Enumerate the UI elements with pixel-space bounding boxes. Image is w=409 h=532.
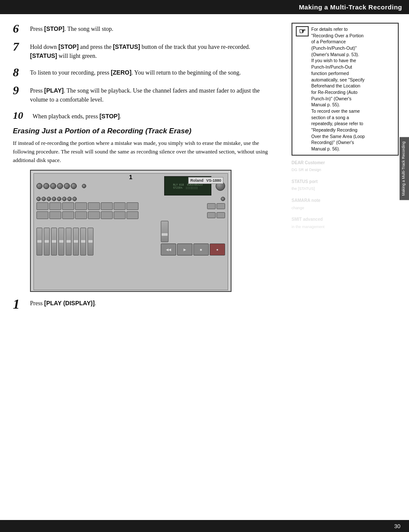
note-icon: ☞ (296, 26, 309, 36)
device-btn-11 (62, 211, 74, 219)
transport-buttons: ◀◀ ▶ ■ ● (161, 243, 225, 255)
right-section-1-body: DG SR at Design (292, 168, 399, 173)
device-knob-4 (57, 183, 63, 189)
device-sm-knob-7 (67, 197, 72, 201)
note-icon-symbol: ☞ (299, 27, 306, 36)
device-btn-7 (114, 202, 126, 210)
step-content-8: To listen to your recording, press [ZERO… (30, 66, 279, 77)
device-sm-knob-6 (62, 197, 66, 201)
device-btn-16 (126, 211, 138, 219)
btn-play: ▶ (177, 243, 192, 255)
device-knob-sm-1 (82, 184, 86, 188)
key-status-7b: [STATUS] (30, 52, 57, 59)
step-number-9: 9 (13, 84, 30, 96)
brand-text: Roland (190, 178, 204, 183)
device-btn-8 (126, 202, 138, 210)
right-section-4-body: in the management (292, 225, 399, 230)
device-master-fader (161, 221, 168, 242)
device-btn-sm-2 (217, 203, 225, 209)
device-knob-5 (64, 183, 70, 189)
device-btn-10 (49, 211, 61, 219)
step-number-10: 10 (13, 110, 33, 120)
device-knob-2 (43, 183, 49, 189)
device-sm-knob-8 (72, 197, 77, 201)
device-sm-knob-1 (36, 197, 41, 201)
step-number-8: 8 (13, 66, 30, 78)
device-knob-3 (50, 183, 56, 189)
device-btn-12 (75, 211, 87, 219)
page-number: 30 (394, 523, 400, 529)
step-content-1: Press [PLAY (DISPLAY)]. (30, 297, 279, 308)
left-column: 6 Press [STOP]. The song will stop. 7 Ho… (13, 23, 287, 317)
device-btn-13 (88, 211, 100, 219)
right-section-3-body: change (292, 206, 399, 211)
right-section-1: DEAR Customer DG SR at Design (292, 160, 399, 173)
btn-record: ● (210, 243, 225, 255)
note-box: ☞ For details refer to "Recording Over a… (292, 23, 399, 156)
device-btn-4 (75, 202, 87, 210)
right-section-1-title: DEAR Customer (292, 160, 399, 166)
model-text: VS-1880 (206, 178, 221, 183)
device-sm-knob-3 (47, 197, 51, 201)
chapter-tab-label: Making a Multi-Track Recording (401, 141, 406, 196)
step-7: 7 Hold down [STOP] and press the [STATUS… (13, 41, 279, 60)
right-section-4: SMIT advanced in the management (292, 216, 399, 229)
device-btn-row-1 (36, 202, 225, 210)
device-btn-sm-1 (207, 203, 216, 209)
right-section-4-title: SMIT advanced (292, 216, 399, 223)
step-10: 10 When playback ends, press [STOP]. (13, 110, 279, 121)
device-btn-row-2 (36, 211, 225, 219)
device-inner: 1 RLY 018 01K3+05x23 ST235% |||||||| (33, 173, 228, 290)
device-brand-label: Roland VS-1880 (188, 177, 223, 184)
device-fader-7 (80, 228, 86, 255)
device-btn-1 (36, 202, 48, 210)
device-fader-4 (58, 228, 64, 255)
step-content-7: Hold down [STOP] and press the [STATUS] … (30, 41, 279, 60)
page-header: Making a Multi-Track Recording (0, 0, 409, 14)
header-title: Making a Multi-Track Recording (299, 3, 402, 11)
step-content-6: Press [STOP]. The song will stop. (30, 23, 279, 33)
device-right-controls: ◀◀ ▶ ■ ● (161, 221, 225, 255)
device-fader-2 (44, 228, 50, 255)
right-section-3-title: SAMARA note (292, 198, 399, 204)
right-section-2-title: STATUS port (292, 179, 399, 185)
device-sm-knob-5 (57, 197, 61, 201)
device-btn-3 (62, 202, 74, 210)
erasing-section-title: Erasing Just a Portion of a Recording (T… (13, 127, 279, 135)
device-btn-14 (101, 211, 113, 219)
key-stop-7: [STOP] (58, 43, 78, 50)
step-content-10: When playback ends, press [STOP]. (33, 110, 279, 121)
device-btn-sm-4 (217, 212, 225, 218)
step-9: 9 Press [PLAY]. The song will be playbac… (13, 84, 279, 104)
step-number-1: 1 (13, 297, 30, 311)
device-fader-6 (73, 228, 79, 255)
right-section-3: SAMARA note change (292, 198, 399, 210)
device-fader-5 (66, 228, 72, 255)
device-sm-knob-2 (42, 197, 46, 201)
step-content-9: Press [PLAY]. The song will be playback.… (30, 84, 279, 104)
right-section-2: STATUS port the [STATUS] (292, 179, 399, 192)
device-diagram: 1 RLY 018 01K3+05x23 ST235% |||||||| (30, 170, 232, 292)
device-knob-6 (71, 183, 77, 189)
erasing-section-body: If instead of re-recording the portion w… (13, 139, 279, 165)
key-zero: [ZERO] (111, 69, 131, 76)
device-fader-3 (51, 228, 57, 255)
device-btn-6 (101, 202, 113, 210)
key-status-7a: [STATUS] (113, 43, 140, 50)
page-footer: 30 (0, 520, 409, 532)
main-content: 6 Press [STOP]. The song will stop. 7 Ho… (0, 14, 409, 325)
step-6: 6 Press [STOP]. The song will stop. (13, 23, 279, 35)
device-right-btns (207, 212, 225, 218)
btn-rewind: ◀◀ (161, 243, 176, 255)
step-number-6: 6 (13, 23, 30, 35)
device-sm-knob-4 (52, 197, 56, 201)
device-fader-8 (87, 228, 93, 255)
step-1-bottom: 1 Press [PLAY (DISPLAY)]. (13, 297, 279, 311)
device-btn-15 (114, 211, 126, 219)
chapter-tab: Making a Multi-Track Recording (400, 137, 409, 200)
key-play-display: [PLAY (DISPLAY)] (44, 300, 95, 307)
right-section-2-body: the [STATUS] (292, 186, 399, 192)
key-play-9: [PLAY] (44, 87, 63, 94)
key-stop-6: [STOP] (44, 25, 64, 32)
device-btn-5 (88, 202, 100, 210)
